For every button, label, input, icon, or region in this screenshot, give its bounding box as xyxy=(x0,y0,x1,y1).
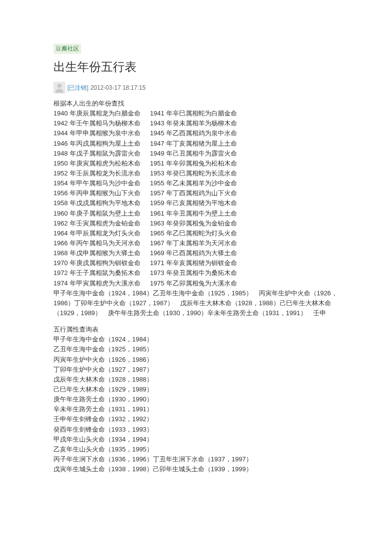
year-cell-right: 1973 年癸丑属相牛为桑拓木命 xyxy=(150,268,237,278)
page-title: 出生年份五行表 xyxy=(53,59,343,75)
year-row: 1950 年庚寅属相虎为松柏木命1951 年辛卯属相兔为松柏木命 xyxy=(53,159,343,168)
year-cell-right: 1955 年乙未属相羊为沙中金命 xyxy=(150,178,237,188)
wuxing-line: 甲子年生海中金命（1924，1984） xyxy=(53,334,343,344)
year-cell-left: 1974 年甲寅属相虎为大溪水命 xyxy=(53,278,150,288)
year-row: 1972 年壬子属相鼠为桑拓木命1973 年癸丑属相牛为桑拓木命 xyxy=(53,268,343,278)
year-cell-left: 1950 年庚寅属相虎为松柏木命 xyxy=(53,159,150,168)
year-cell-right: 1969 年己酉属相鸡为大驿土命 xyxy=(150,248,237,258)
wuxing-line: 乙丑年生海中金命（1925，1985） xyxy=(53,344,343,354)
year-row: 1958 年戊戌属相狗为平地木命1959 年己亥属相猪为平地木命 xyxy=(53,198,343,208)
year-row: 1960 年庚子属相鼠为壁上土命1961 年辛丑属相牛为壁上土命 xyxy=(53,209,343,219)
year-row: 1944 年甲申属相猴为泉中水命1945 年乙酉属相鸡为泉中水命 xyxy=(53,128,343,138)
subtitle: 五行属性查询表 xyxy=(53,325,343,334)
year-row: 1962 年壬寅属相虎为金铂金命1963 年癸卯属相兔为金铂金命 xyxy=(53,219,343,228)
wuxing-line: 丙子年生涧下水命（1936，1996）丁丑年生涧下水命（1937，1997） xyxy=(53,454,343,464)
year-cell-right: 1957 年丁酉属相鸡为山下火命 xyxy=(150,188,237,198)
year-row: 1940 年庚辰属相龙为白腊金命1941 年辛巳属相蛇为白腊金命 xyxy=(53,109,343,118)
wuxing-line: 丁卯年生炉中火命（1927，1987） xyxy=(53,365,343,375)
breadcrumb[interactable]: 豆瓣社区 xyxy=(53,44,81,54)
year-cell-right: 1963 年癸卯属相兔为金铂金命 xyxy=(150,219,237,228)
wuxing-line: 庚午年生路旁土命（1930，1990） xyxy=(53,394,343,404)
year-cell-right: 1975 年乙卯属相兔为大溪水命 xyxy=(150,278,237,288)
author-link[interactable]: [已注销] xyxy=(67,84,89,92)
wuxing-line: 己巳年生大林木命（1929，1989） xyxy=(53,385,343,394)
year-cell-left: 1940 年庚辰属相龙为白腊金命 xyxy=(53,109,150,118)
year-cell-left: 1966 年丙午属相马为天河水命 xyxy=(53,238,150,248)
year-cell-left: 1958 年戊戌属相狗为平地木命 xyxy=(53,198,150,208)
year-cell-left: 1952 年壬辰属相龙为长流水命 xyxy=(53,168,150,178)
year-cell-left: 1962 年壬寅属相虎为金铂金命 xyxy=(53,219,150,228)
year-cell-right: 1947 年丁亥属相猪为屋上土命 xyxy=(150,139,237,149)
year-cell-left: 1944 年甲申属相猴为泉中水命 xyxy=(53,128,150,138)
author-meta: [已注销] 2012-03-17 18:17:15 xyxy=(53,82,343,94)
wuxing-line: 癸酉年生剑锋金命（1933，1993） xyxy=(53,425,343,435)
year-cell-right: 1943 年癸未属相羊为杨柳木命 xyxy=(150,118,237,128)
year-cell-left: 1946 年丙戌属相狗为屋上土命 xyxy=(53,139,150,149)
year-row: 1952 年壬辰属相龙为长流水命1953 年癸巳属相蛇为长流水命 xyxy=(53,168,343,178)
year-row: 1942 年壬午属相马为杨柳木命1943 年癸未属相羊为杨柳木命 xyxy=(53,118,343,128)
year-cell-right: 1949 年己丑属相牛为霹雷火命 xyxy=(150,149,237,159)
year-cell-left: 1964 年甲辰属相龙为灯头火命 xyxy=(53,228,150,238)
year-cell-left: 1968 年戊申属相猴为大驿土命 xyxy=(53,248,150,258)
post-timestamp: 2012-03-17 18:17:15 xyxy=(91,84,146,91)
year-row: 1964 年甲辰属相龙为灯头火命1965 年乙巳属相蛇为灯头火命 xyxy=(53,228,343,238)
post-content: 根据本人出生的年份查找 1940 年庚辰属相龙为白腊金命1941 年辛巳属相蛇为… xyxy=(53,99,343,474)
year-row: 1970 年庚戌属相狗为钏钗金命1971 年辛亥属相猪为钏钗金命 xyxy=(53,258,343,268)
year-cell-left: 1942 年壬午属相马为杨柳木命 xyxy=(53,118,150,128)
year-row: 1948 年戊子属相鼠为霹雷火命1949 年己丑属相牛为霹雷火命 xyxy=(53,149,343,159)
year-cell-right: 1951 年辛卯属相兔为松柏木命 xyxy=(150,159,237,168)
avatar-icon[interactable] xyxy=(53,82,65,94)
wuxing-line: 乙亥年生山头火命（1935，1995） xyxy=(53,444,343,454)
year-row: 1946 年丙戌属相狗为屋上土命1947 年丁亥属相猪为屋上土命 xyxy=(53,139,343,149)
wuxing-line: 戊寅年生城头土命（1938，1998）己卯年生城头土命（1939，1999） xyxy=(53,464,343,474)
wuxing-line: 辛未年生路旁土命（1931，1991） xyxy=(53,404,343,414)
year-cell-right: 1945 年乙酉属相鸡为泉中水命 xyxy=(150,128,237,138)
year-cell-right: 1965 年乙巳属相蛇为灯头火命 xyxy=(150,228,237,238)
year-cell-left: 1956 年丙申属相猴为山下火命 xyxy=(53,188,150,198)
paragraph-block-1: 甲子年生海中金命（1924，1984）乙丑年生海中金命（1925，1985） 丙… xyxy=(53,288,343,318)
wuxing-line: 壬申年生剑锋金命（1932，1992） xyxy=(53,414,343,424)
year-row: 1954 年甲午属相马为沙中金命1955 年乙未属相羊为沙中金命 xyxy=(53,178,343,188)
year-cell-right: 1959 年己亥属相猪为平地木命 xyxy=(150,198,237,208)
year-row: 1968 年戊申属相猴为大驿土命1969 年己酉属相鸡为大驿土命 xyxy=(53,248,343,258)
year-cell-left: 1970 年庚戌属相狗为钏钗金命 xyxy=(53,258,150,268)
year-cell-right: 1967 年丁未属相羊为天河水命 xyxy=(150,238,237,248)
year-row: 1974 年甲寅属相虎为大溪水命1975 年乙卯属相兔为大溪水命 xyxy=(53,278,343,288)
year-cell-right: 1953 年癸巳属相蛇为长流水命 xyxy=(150,168,237,178)
year-cell-right: 1941 年辛巳属相蛇为白腊金命 xyxy=(150,109,237,118)
year-cell-right: 1961 年辛丑属相牛为壁上土命 xyxy=(150,209,237,219)
wuxing-line: 甲戌年生山头火命（1934，1994） xyxy=(53,435,343,444)
wuxing-line: 丙寅年生炉中火命（1926，1986） xyxy=(53,355,343,365)
year-row: 1966 年丙午属相马为天河水命1967 年丁未属相羊为天河水命 xyxy=(53,238,343,248)
wuxing-line: 戊辰年生大林木命（1928，1988） xyxy=(53,375,343,385)
year-cell-left: 1948 年戊子属相鼠为霹雷火命 xyxy=(53,149,150,159)
year-cell-left: 1972 年壬子属相鼠为桑拓木命 xyxy=(53,268,150,278)
intro-line: 根据本人出生的年份查找 xyxy=(53,99,343,109)
year-cell-right: 1971 年辛亥属相猪为钏钗金命 xyxy=(150,258,237,268)
year-cell-left: 1954 年甲午属相马为沙中金命 xyxy=(53,178,150,188)
year-cell-left: 1960 年庚子属相鼠为壁上土命 xyxy=(53,209,150,219)
year-row: 1956 年丙申属相猴为山下火命1957 年丁酉属相鸡为山下火命 xyxy=(53,188,343,198)
